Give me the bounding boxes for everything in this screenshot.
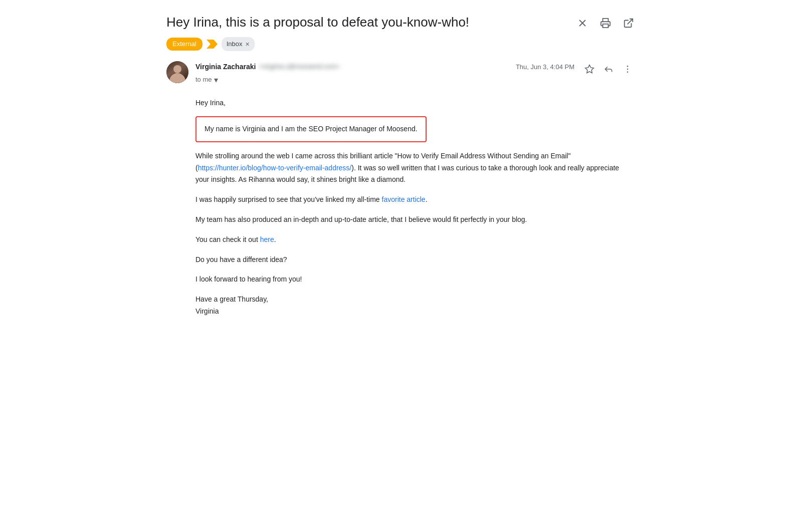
to-me-row: to me ▾ (195, 74, 509, 87)
action-icons (581, 61, 636, 77)
svg-point-6 (627, 66, 629, 67)
print-icon[interactable] (598, 16, 613, 30)
email-header: Hey Irina, this is a proposal to defeat … (166, 14, 636, 31)
paragraph-2-post: . (426, 195, 428, 203)
signature-name: Virginia (195, 306, 636, 318)
external-tag: External (166, 38, 203, 51)
email-container: Hey Irina, this is a proposal to defeat … (150, 0, 652, 338)
paragraph-6: I look forward to hearing from you! (195, 274, 627, 286)
reply-icon[interactable] (600, 61, 617, 77)
svg-point-7 (627, 69, 629, 70)
svg-rect-2 (603, 24, 609, 28)
sender-row: Virginia Zacharaki <virginia.z@moosend.c… (166, 61, 636, 86)
signature: Have a great Thursday, Virginia (195, 294, 636, 318)
chevron-down-icon[interactable]: ▾ (214, 74, 218, 87)
send-time: Thu, Jun 3, 4:04 PM (516, 61, 574, 73)
inbox-tag-label: Inbox (227, 39, 243, 50)
paragraph-1: While strolling around the web I came ac… (195, 150, 627, 186)
svg-marker-4 (207, 40, 218, 49)
paragraph-3: My team has also produced an in-depth an… (195, 214, 627, 226)
paragraph-4-post: . (274, 235, 276, 243)
sender-right: Thu, Jun 3, 4:04 PM (516, 61, 636, 77)
paragraph-4-pre: You can check it out (195, 235, 260, 243)
highlighted-text: My name is Virginia and I am the SEO Pro… (205, 125, 418, 133)
inbox-tag[interactable]: Inbox × (222, 37, 255, 51)
paragraph-2: I was happily surprised to see that you'… (195, 194, 627, 206)
open-in-new-icon[interactable] (622, 16, 636, 30)
sender-name: Virginia Zacharaki (195, 61, 256, 72)
avatar (166, 61, 188, 83)
to-me-label: to me (195, 75, 212, 85)
favorite-article-link[interactable]: favorite article (382, 195, 426, 203)
tags-row: External Inbox × (166, 37, 636, 51)
greeting: Hey Irina, (195, 97, 636, 109)
svg-line-3 (628, 19, 633, 24)
sender-name-row: Virginia Zacharaki <virginia.z@moosend.c… (195, 61, 509, 72)
more-vert-icon[interactable] (620, 61, 636, 77)
close-icon[interactable] (575, 16, 589, 30)
svg-marker-5 (585, 65, 594, 73)
here-link[interactable]: here (260, 235, 274, 243)
inbox-tag-close[interactable]: × (246, 39, 250, 50)
email-subject: Hey Irina, this is a proposal to defeat … (166, 14, 563, 31)
email-body: Hey Irina, My name is Virginia and I am … (166, 97, 636, 318)
star-icon[interactable] (581, 61, 597, 77)
paragraph-2-pre: I was happily surprised to see that you'… (195, 195, 382, 203)
sender-info: Virginia Zacharaki <virginia.z@moosend.c… (195, 61, 509, 86)
arrow-icon (207, 40, 218, 49)
highlighted-paragraph: My name is Virginia and I am the SEO Pro… (195, 116, 427, 142)
header-actions (575, 14, 636, 30)
svg-point-8 (627, 72, 629, 73)
paragraph-5: Do you have a different idea? (195, 254, 627, 266)
paragraph-4: You can check it out here. (195, 234, 627, 246)
sender-email: <virginia.z@moosend.com> (259, 62, 339, 72)
sign-off: Have a great Thursday, (195, 294, 636, 306)
article-link[interactable]: https://hunter.io/blog/how-to-verify-ema… (198, 164, 352, 172)
